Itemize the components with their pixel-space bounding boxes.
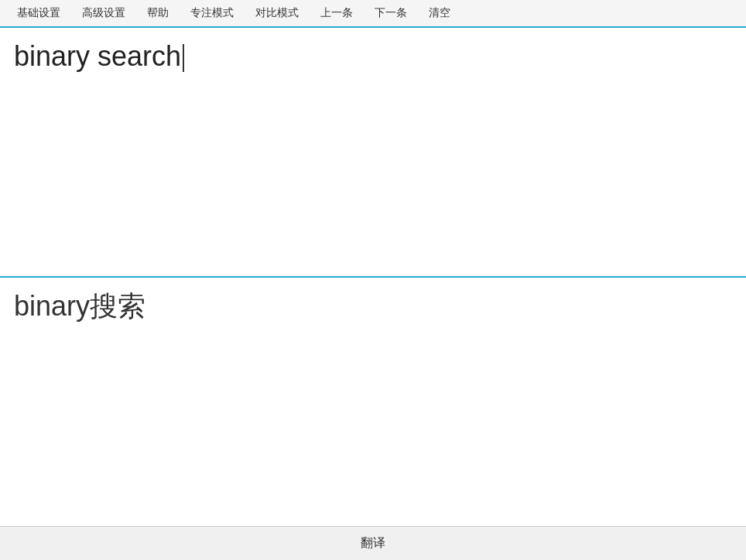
menu-item-advanced-settings[interactable]: 高级设置 (71, 2, 136, 25)
output-area: binary搜索 (0, 278, 746, 526)
translate-button[interactable]: 翻译 (342, 532, 404, 555)
menu-bar: 基础设置 高级设置 帮助 专注模式 对比模式 上一条 下一条 清空 (0, 0, 746, 28)
menu-item-prev[interactable]: 上一条 (310, 2, 364, 25)
bottom-bar: 翻译 (0, 526, 746, 560)
main-content: binary search binary搜索 (0, 28, 746, 526)
menu-item-focus-mode[interactable]: 专注模式 (180, 2, 245, 25)
input-text: binary search (14, 40, 181, 72)
output-text: binary搜索 (14, 290, 145, 322)
menu-item-next[interactable]: 下一条 (364, 2, 418, 25)
input-area[interactable]: binary search (0, 28, 746, 276)
menu-item-basic-settings[interactable]: 基础设置 (6, 2, 71, 25)
menu-item-compare-mode[interactable]: 对比模式 (245, 2, 310, 25)
text-cursor (183, 44, 184, 72)
menu-item-help[interactable]: 帮助 (136, 2, 180, 25)
menu-item-clear[interactable]: 清空 (418, 2, 461, 25)
